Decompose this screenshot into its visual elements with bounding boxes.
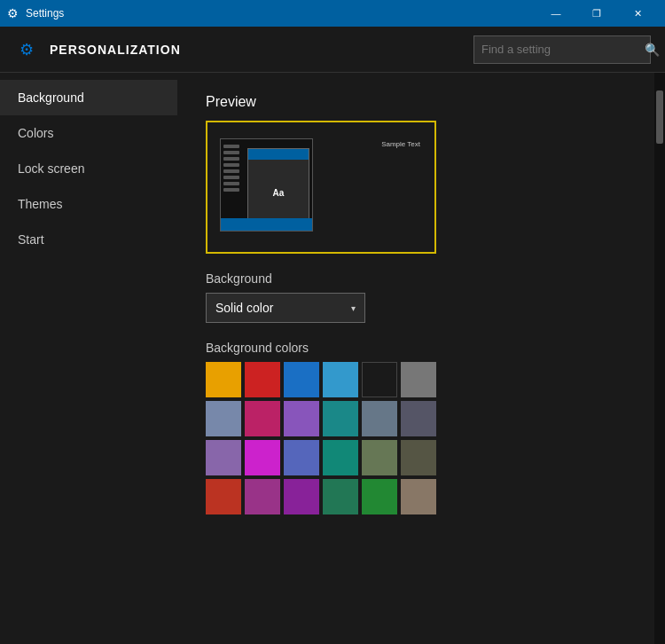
background-dropdown[interactable]: Solid color ▾ bbox=[206, 293, 365, 323]
preview-label: Preview bbox=[206, 94, 626, 110]
color-palette bbox=[206, 362, 626, 514]
color-swatch bbox=[440, 479, 475, 514]
sidebar-item-start[interactable]: Start bbox=[0, 222, 177, 257]
sidebar: Background Colors Lock screen Themes Sta… bbox=[0, 73, 177, 644]
color-swatch[interactable] bbox=[323, 440, 358, 475]
color-swatch[interactable] bbox=[206, 440, 241, 475]
preview-line bbox=[223, 182, 239, 185]
preview-line bbox=[223, 188, 239, 192]
sidebar-item-themes[interactable]: Themes bbox=[0, 186, 177, 222]
dropdown-value: Solid color bbox=[215, 301, 273, 315]
color-swatch[interactable] bbox=[284, 440, 319, 475]
preview-sample-text: Sample Text bbox=[381, 140, 420, 148]
chevron-down-icon: ▾ bbox=[351, 303, 356, 313]
color-swatch bbox=[440, 401, 475, 436]
header-left: ⚙ PERSONALIZATION bbox=[14, 37, 181, 62]
color-swatch[interactable] bbox=[206, 479, 241, 514]
preview-line bbox=[223, 145, 239, 148]
sidebar-item-background[interactable]: Background bbox=[0, 80, 177, 115]
color-swatch[interactable] bbox=[284, 401, 319, 436]
preview-sidebar bbox=[221, 139, 242, 231]
color-swatch[interactable] bbox=[284, 479, 319, 514]
color-swatch[interactable] bbox=[245, 401, 280, 436]
preview-taskbar bbox=[221, 218, 312, 231]
color-swatch[interactable] bbox=[362, 479, 397, 514]
color-swatch[interactable] bbox=[401, 362, 436, 397]
scrollbar-thumb[interactable] bbox=[656, 90, 663, 144]
titlebar: ⚙ Settings — ❐ ✕ bbox=[0, 0, 665, 27]
color-swatch[interactable] bbox=[206, 362, 241, 397]
titlebar-controls: — ❐ ✕ bbox=[536, 0, 658, 27]
content-area: Preview Aa bbox=[177, 73, 654, 644]
color-swatch[interactable] bbox=[323, 479, 358, 514]
color-swatch[interactable] bbox=[245, 362, 280, 397]
color-swatch[interactable] bbox=[245, 479, 280, 514]
preview-box: Aa Sample Text bbox=[206, 121, 436, 254]
color-swatch bbox=[440, 362, 475, 397]
color-swatch[interactable] bbox=[401, 440, 436, 475]
search-box[interactable]: 🔍 bbox=[473, 35, 651, 64]
color-swatch[interactable] bbox=[323, 362, 358, 397]
sidebar-item-lockscreen[interactable]: Lock screen bbox=[0, 151, 177, 186]
gear-icon: ⚙ bbox=[14, 37, 39, 62]
titlebar-title: Settings bbox=[26, 7, 64, 20]
settings-app-icon: ⚙ bbox=[7, 6, 19, 20]
preview-window-titlebar bbox=[248, 149, 309, 160]
restore-button[interactable]: ❐ bbox=[576, 0, 617, 27]
background-colors-label: Background colors bbox=[206, 341, 626, 355]
preview-window: Aa bbox=[247, 148, 309, 226]
color-swatch[interactable] bbox=[362, 362, 397, 397]
sidebar-item-colors[interactable]: Colors bbox=[0, 115, 177, 151]
color-swatch[interactable] bbox=[206, 401, 241, 436]
color-swatch[interactable] bbox=[362, 401, 397, 436]
color-swatch[interactable] bbox=[362, 440, 397, 475]
color-swatch[interactable] bbox=[401, 401, 436, 436]
preview-line bbox=[223, 176, 239, 179]
preview-line bbox=[223, 157, 239, 161]
preview-line bbox=[223, 151, 239, 154]
minimize-button[interactable]: — bbox=[536, 0, 576, 27]
preview-window-body: Aa bbox=[248, 160, 309, 225]
search-input[interactable] bbox=[474, 43, 638, 56]
color-swatch[interactable] bbox=[284, 362, 319, 397]
scrollbar[interactable] bbox=[654, 73, 665, 644]
preview-inner: Aa bbox=[220, 138, 313, 232]
preview-line bbox=[223, 163, 239, 167]
preview-line bbox=[223, 169, 239, 173]
app-title: PERSONALIZATION bbox=[50, 43, 181, 57]
titlebar-left: ⚙ Settings bbox=[7, 6, 64, 20]
search-icon[interactable]: 🔍 bbox=[638, 43, 665, 57]
color-swatch bbox=[440, 440, 475, 475]
app-header: ⚙ PERSONALIZATION 🔍 bbox=[0, 27, 665, 73]
main-layout: Background Colors Lock screen Themes Sta… bbox=[0, 73, 665, 644]
color-swatch[interactable] bbox=[245, 440, 280, 475]
color-swatch[interactable] bbox=[401, 479, 436, 514]
close-button[interactable]: ✕ bbox=[617, 0, 658, 27]
color-swatch[interactable] bbox=[323, 401, 358, 436]
background-section-label: Background bbox=[206, 271, 626, 286]
preview-window-text: Aa bbox=[273, 188, 285, 198]
